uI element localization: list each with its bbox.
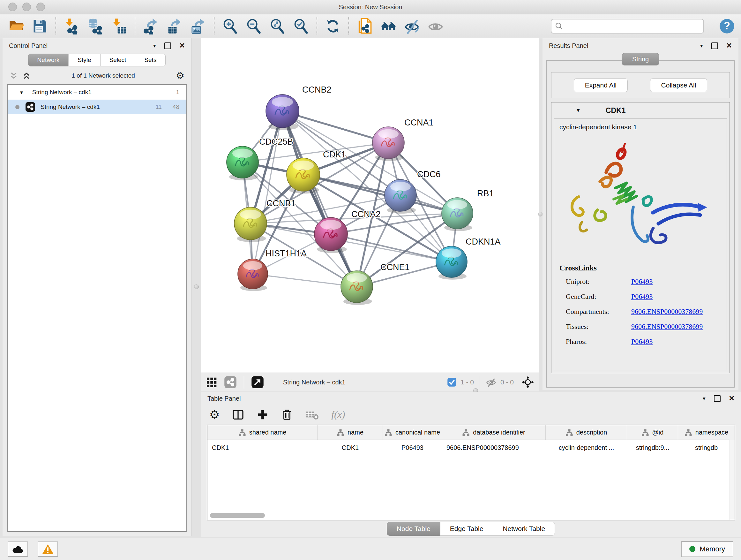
column-header-shared-name[interactable]: shared name xyxy=(207,425,318,440)
selected-checkbox-icon[interactable] xyxy=(447,377,457,387)
node-CDKN1A[interactable]: CDKN1A xyxy=(436,237,501,280)
show-all-button[interactable] xyxy=(424,16,447,36)
table-options-button[interactable]: ⚙ xyxy=(209,409,219,421)
crosslink-row: Pharos: P06493 xyxy=(566,337,722,346)
tab-sets[interactable]: Sets xyxy=(135,54,165,66)
cloud-icon xyxy=(11,544,24,554)
zoom-selected-button[interactable] xyxy=(290,16,312,36)
collapse-entry-icon[interactable]: ▼ xyxy=(576,108,581,113)
new-network-from-selection-button[interactable] xyxy=(354,16,376,36)
column-header-id[interactable]: @id xyxy=(627,425,678,440)
panel-menu-icon[interactable]: ▾ xyxy=(703,395,705,402)
column-type-icon xyxy=(462,429,470,436)
node-CCNA1[interactable]: CCNA1 xyxy=(373,118,434,161)
tab-string[interactable]: String xyxy=(622,53,659,65)
node-details-header[interactable]: ▼ CDK1 xyxy=(551,103,730,118)
panel-menu-icon[interactable]: ▾ xyxy=(153,43,156,49)
tab-node-table[interactable]: Node Table xyxy=(387,522,441,536)
create-column-button[interactable] xyxy=(257,409,269,421)
column-header-database-identifier[interactable]: database identifier xyxy=(442,425,546,440)
column-type-icon xyxy=(642,429,649,436)
node-CDK1[interactable]: CDK1 xyxy=(286,150,346,193)
network-collection-row[interactable]: ▼ String Network – cdk1 1 xyxy=(8,85,186,100)
tab-style[interactable]: Style xyxy=(68,54,100,66)
panel-float-icon[interactable] xyxy=(711,43,718,49)
tab-select[interactable]: Select xyxy=(100,54,136,66)
import-table-button[interactable] xyxy=(108,16,130,36)
hide-selected-button[interactable] xyxy=(401,16,423,36)
help-button[interactable]: ? xyxy=(718,16,736,36)
delete-table-button[interactable] xyxy=(305,408,319,421)
export-image-button[interactable] xyxy=(187,16,209,36)
network-canvas[interactable]: CCNB2CCNA1CDC25BCDK1CDC6RB1CCNB1CCNA2CDK… xyxy=(201,38,539,373)
column-header-name[interactable]: name xyxy=(318,425,383,440)
grid-view-button[interactable] xyxy=(205,375,219,389)
panel-close-icon[interactable]: ✕ xyxy=(179,42,185,50)
detach-view-button[interactable] xyxy=(251,375,265,389)
column-header-description[interactable]: description xyxy=(546,425,627,440)
panel-close-icon[interactable]: ✕ xyxy=(726,42,732,50)
table-row[interactable]: CDK1 CDK1 P06493 9606.ENSP00000378699 cy… xyxy=(207,440,735,455)
network-options-gear-icon[interactable]: ⚙ xyxy=(176,71,185,80)
network-row-selected[interactable]: String Network – cdk1 11 48 xyxy=(8,100,186,114)
network-overview-button[interactable] xyxy=(223,375,238,389)
crosslink-link[interactable]: P06493 xyxy=(631,293,653,301)
node-label-CCNA1: CCNA1 xyxy=(404,118,434,127)
delete-column-button[interactable] xyxy=(281,409,293,421)
crosslink-link[interactable]: 9606.ENSP00000378699 xyxy=(631,322,703,331)
save-session-button[interactable] xyxy=(29,16,51,36)
left-splitter-handle[interactable] xyxy=(194,285,199,289)
column-header-canonical-name[interactable]: canonical name xyxy=(383,425,442,440)
node-CCNE1[interactable]: CCNE1 xyxy=(341,262,410,305)
right-splitter-handle[interactable] xyxy=(538,212,543,216)
export-table-button[interactable] xyxy=(163,16,186,36)
collapse-all-icon[interactable] xyxy=(10,71,18,80)
zoom-fit-button[interactable] xyxy=(266,16,288,36)
memory-button[interactable]: Memory xyxy=(681,541,733,557)
apply-layout-button[interactable] xyxy=(322,16,344,36)
panel-close-icon[interactable]: ✕ xyxy=(729,394,735,402)
expand-all-icon[interactable] xyxy=(22,71,30,80)
trash-icon xyxy=(281,409,293,421)
panel-float-icon[interactable] xyxy=(164,43,171,49)
crosslink-link[interactable]: P06493 xyxy=(631,337,653,346)
zoom-out-button[interactable] xyxy=(243,16,265,36)
gear-icon: ⚙ xyxy=(209,409,219,421)
search-input[interactable] xyxy=(551,19,704,34)
cloud-status-button[interactable] xyxy=(8,542,28,557)
column-type-icon xyxy=(385,429,392,436)
collection-expand-icon[interactable]: ▼ xyxy=(19,90,24,95)
import-network-file-button[interactable] xyxy=(61,16,83,36)
crosslink-link[interactable]: P06493 xyxy=(631,277,653,286)
crosslink-label: Tissues: xyxy=(566,322,631,331)
network-selection-status: 1 of 1 Network selected xyxy=(35,72,172,79)
tab-edge-table[interactable]: Edge Table xyxy=(440,522,493,536)
table-horizontal-scrollbar[interactable] xyxy=(210,513,265,518)
table-vertical-scrollbar[interactable] xyxy=(730,440,735,520)
tab-network[interactable]: Network xyxy=(28,54,69,66)
search-bar xyxy=(551,19,704,34)
first-neighbors-button[interactable] xyxy=(377,16,400,36)
node-HIST1H1A[interactable]: HIST1H1A xyxy=(238,249,307,291)
panel-menu-icon[interactable]: ▾ xyxy=(700,43,703,49)
open-session-button[interactable] xyxy=(5,16,27,36)
collapse-all-button[interactable]: Collapse All xyxy=(650,78,708,92)
node-RB1[interactable]: RB1 xyxy=(442,189,494,231)
import-network-database-button[interactable] xyxy=(84,16,107,36)
node-CDC25B[interactable]: CDC25B xyxy=(226,137,293,180)
show-columns-button[interactable] xyxy=(232,408,245,421)
cell-name: CDK1 xyxy=(318,444,383,451)
column-label: database identifier xyxy=(473,429,525,436)
crosslink-link[interactable]: 9606.ENSP00000378699 xyxy=(631,307,703,316)
hidden-eye-icon xyxy=(486,377,496,388)
export-network-button[interactable] xyxy=(140,16,162,36)
expand-all-button[interactable]: Expand All xyxy=(574,78,628,92)
zoom-in-button[interactable] xyxy=(219,16,241,36)
tab-network-table[interactable]: Network Table xyxy=(493,522,555,536)
fit-content-button[interactable] xyxy=(521,375,535,389)
function-builder-button[interactable]: f(x) xyxy=(331,409,345,421)
column-header-namespace[interactable]: namespace xyxy=(678,425,735,440)
table-toolbar: ⚙ xyxy=(201,405,741,425)
panel-float-icon[interactable] xyxy=(714,395,721,402)
warnings-button[interactable] xyxy=(38,542,58,557)
